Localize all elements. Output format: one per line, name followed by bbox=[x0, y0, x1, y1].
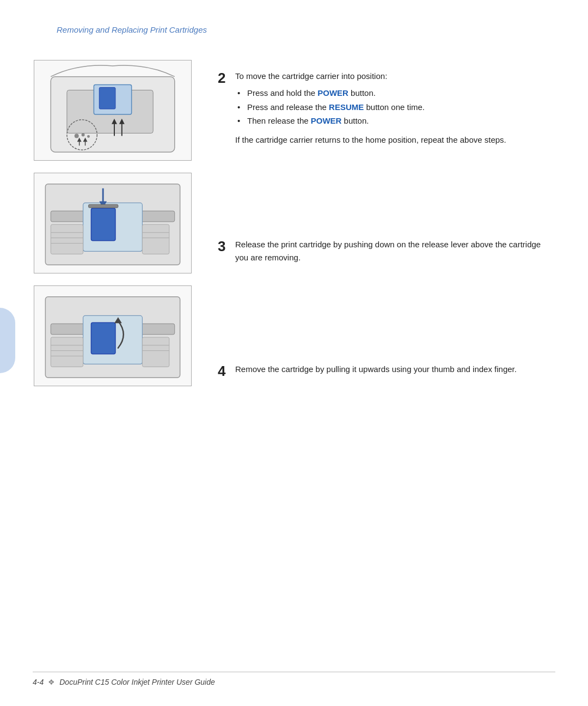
bullet-2-suffix: button one time. bbox=[364, 102, 425, 112]
step-3-text: Release the print cartridge by pushing d… bbox=[235, 238, 555, 264]
footer-diamond: ❖ bbox=[48, 678, 55, 686]
svg-point-11 bbox=[87, 135, 90, 138]
step-2-number: 2 bbox=[218, 71, 235, 85]
step-3-content: Release the print cartridge by pushing d… bbox=[235, 238, 555, 267]
svg-rect-33 bbox=[91, 322, 115, 354]
bullet-2: Press and release the RESUME button one … bbox=[237, 100, 555, 114]
step-2-followup: If the cartridge carrier returns to the … bbox=[235, 133, 555, 147]
bullet-2-bold: RESUME bbox=[329, 102, 364, 112]
svg-point-9 bbox=[75, 134, 79, 138]
step-4-content: Remove the cartridge by pulling it upwar… bbox=[235, 363, 555, 379]
svg-point-10 bbox=[82, 133, 85, 137]
svg-rect-22 bbox=[88, 204, 118, 208]
illustration-3 bbox=[34, 285, 192, 386]
bullet-1: Press and hold the POWER button. bbox=[237, 86, 555, 100]
page-footer: 4-4 ❖ DocuPrint C15 Color Inkjet Printer… bbox=[33, 672, 555, 686]
bullet-3-prefix: Then release the bbox=[247, 116, 311, 125]
svg-rect-24 bbox=[142, 224, 169, 254]
bullet-1-suffix: button. bbox=[348, 88, 376, 98]
step-2-content: To move the cartridge carrier into posit… bbox=[235, 70, 555, 147]
bullet-2-prefix: Press and release the bbox=[247, 102, 329, 112]
svg-rect-3 bbox=[99, 87, 115, 109]
illustration-2 bbox=[34, 173, 192, 273]
bullet-1-bold: POWER bbox=[317, 88, 348, 98]
step-4-number: 4 bbox=[218, 364, 235, 378]
step-2-bullets: Press and hold the POWER button. Press a… bbox=[237, 86, 555, 128]
footer-page-number: 4-4 bbox=[33, 678, 44, 686]
svg-rect-19 bbox=[91, 208, 115, 240]
step-3-section: 3 Release the print cartridge by pushing… bbox=[218, 238, 555, 267]
svg-rect-35 bbox=[51, 337, 83, 367]
illustration-1 bbox=[34, 60, 192, 161]
svg-rect-36 bbox=[142, 337, 169, 367]
step-2-intro: To move the cartridge carrier into posit… bbox=[235, 70, 555, 83]
bullet-3: Then release the POWER button. bbox=[237, 114, 555, 128]
svg-rect-23 bbox=[51, 224, 83, 254]
step-3-number: 3 bbox=[218, 239, 235, 253]
bullet-3-suffix: button. bbox=[341, 116, 369, 125]
decorative-circle bbox=[0, 308, 15, 373]
bullet-1-prefix: Press and hold the bbox=[247, 88, 317, 98]
bullet-3-bold: POWER bbox=[311, 116, 342, 125]
step-4-text: Remove the cartridge by pulling it upwar… bbox=[235, 363, 555, 376]
step-2-section: 2 To move the cartridge carrier into pos… bbox=[218, 70, 555, 147]
footer-guide-title: DocuPrint C15 Color Inkjet Printer User … bbox=[59, 678, 215, 686]
step-4-section: 4 Remove the cartridge by pulling it upw… bbox=[218, 363, 555, 379]
page-header-title: Removing and Replacing Print Cartridges bbox=[57, 25, 207, 34]
